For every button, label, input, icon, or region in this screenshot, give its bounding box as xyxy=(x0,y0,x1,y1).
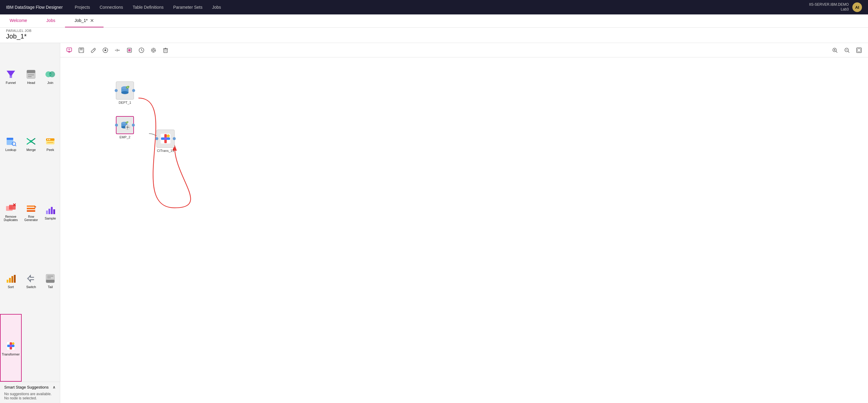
citrans-icon xyxy=(160,133,171,144)
svg-marker-26 xyxy=(35,206,36,208)
schedule-icon xyxy=(138,47,145,53)
tab-close-icon[interactable]: ✕ xyxy=(90,18,94,24)
tabs-bar: Welcome Jobs Job_1* ✕ xyxy=(0,14,868,28)
stage-box-dept1[interactable] xyxy=(116,81,134,100)
svg-rect-33 xyxy=(11,276,13,283)
nav-table-definitions[interactable]: Table Definitions xyxy=(133,5,164,10)
stage-node-emp2[interactable]: EMP_2 xyxy=(116,116,134,139)
stage-box-emp2[interactable] xyxy=(116,116,134,134)
sidebar-item-sample[interactable]: Sample xyxy=(41,177,60,247)
options-button[interactable] xyxy=(148,45,159,56)
zoom-in-button[interactable] xyxy=(830,45,840,56)
svg-point-35 xyxy=(27,278,29,279)
sidebar-grid: Funnel Head ∩ Join xyxy=(0,43,60,382)
stage-icon xyxy=(126,47,132,53)
svg-rect-3 xyxy=(27,70,35,73)
remove-duplicates-icon xyxy=(5,203,16,214)
svg-rect-30 xyxy=(53,209,55,214)
tab-welcome[interactable]: Welcome xyxy=(0,14,37,27)
user-avatar[interactable]: AI xyxy=(852,2,862,12)
svg-point-55 xyxy=(104,49,106,51)
sidebar-item-join[interactable]: ∩ Join xyxy=(41,43,60,110)
sidebar-item-funnel[interactable]: Funnel xyxy=(0,43,22,110)
page-header: PARALLEL JOB Job_1* xyxy=(0,28,868,43)
sidebar-item-tail[interactable]: Tail xyxy=(41,247,60,314)
nav-jobs[interactable]: Jobs xyxy=(212,5,221,10)
options-icon xyxy=(151,47,156,53)
sidebar-item-lookup[interactable]: Lookup xyxy=(0,110,22,177)
svg-marker-1 xyxy=(7,71,15,75)
sidebar-item-transformer[interactable]: Transformer xyxy=(0,314,22,382)
svg-rect-101 xyxy=(164,137,167,140)
sidebar-item-row-generator[interactable]: Row Generator xyxy=(22,177,41,247)
job-canvas[interactable]: DEPT_1 xyxy=(60,58,868,403)
emp2-left-port[interactable] xyxy=(115,124,118,127)
dept1-left-port[interactable] xyxy=(115,89,118,92)
svg-point-13 xyxy=(30,140,32,142)
delete-button[interactable] xyxy=(160,45,171,56)
fit-icon xyxy=(856,47,862,53)
citrans-left-port[interactable] xyxy=(155,137,158,140)
stage-node-citrans[interactable]: CITrans_11 xyxy=(156,130,175,153)
svg-line-78 xyxy=(848,51,849,53)
stage-node-dept1[interactable]: DEPT_1 xyxy=(116,81,134,104)
switch-icon xyxy=(26,273,36,284)
svg-point-66 xyxy=(153,49,154,51)
sidebar-item-peek[interactable]: Peek xyxy=(41,110,60,177)
emp2-icon xyxy=(119,120,131,131)
compile-button[interactable] xyxy=(112,45,123,56)
sidebar-item-remove-duplicates[interactable]: Remove Duplicates xyxy=(0,177,22,247)
svg-rect-43 xyxy=(10,345,12,347)
svg-line-74 xyxy=(836,51,837,53)
brand-name: IBM DataStage Flow Designer xyxy=(6,5,63,10)
svg-point-44 xyxy=(12,342,14,345)
server-info: IIS-SERVER.IBM.DEMO Lab3 xyxy=(809,2,849,12)
wrench-button[interactable] xyxy=(88,45,99,56)
tab-job1[interactable]: Job_1* ✕ xyxy=(65,14,104,27)
svg-line-53 xyxy=(94,49,94,50)
import-button[interactable] xyxy=(64,45,75,56)
nav-projects[interactable]: Projects xyxy=(75,5,90,10)
zoom-out-button[interactable] xyxy=(841,45,852,56)
page-title: Job_1* xyxy=(6,32,862,40)
svg-rect-51 xyxy=(80,48,83,50)
peek-icon xyxy=(45,136,56,147)
import-icon xyxy=(66,47,72,53)
run-icon xyxy=(102,47,108,53)
page-subtitle: PARALLEL JOB xyxy=(6,29,862,32)
top-navigation: IBM DataStage Flow Designer Projects Con… xyxy=(0,0,868,14)
tab-jobs[interactable]: Jobs xyxy=(37,14,65,27)
emp2-right-port[interactable] xyxy=(132,124,135,127)
save-button[interactable] xyxy=(76,45,87,56)
sample-icon xyxy=(45,204,56,215)
sidebar-item-merge[interactable]: Merge xyxy=(22,110,41,177)
run-button[interactable] xyxy=(100,45,111,56)
transformer-icon xyxy=(5,340,16,351)
svg-point-97 xyxy=(127,126,128,128)
dept1-right-port[interactable] xyxy=(132,89,135,92)
sidebar-item-switch[interactable]: Switch xyxy=(22,247,41,314)
fit-button[interactable] xyxy=(854,45,864,56)
delete-icon xyxy=(162,47,168,53)
schedule-button[interactable] xyxy=(136,45,147,56)
merge-icon xyxy=(26,136,36,147)
citrans-right-port[interactable] xyxy=(173,137,176,140)
head-icon xyxy=(26,69,36,80)
zoom-out-icon xyxy=(844,47,850,53)
svg-rect-62 xyxy=(128,49,131,52)
collapse-icon[interactable]: ∧ xyxy=(53,385,56,390)
sidebar-item-head[interactable]: Head xyxy=(22,43,41,110)
nav-parameter-sets[interactable]: Parameter Sets xyxy=(173,5,202,10)
svg-line-12 xyxy=(16,145,16,146)
svg-rect-81 xyxy=(858,49,861,52)
svg-rect-28 xyxy=(49,209,50,214)
sidebar-item-sort[interactable]: Sort xyxy=(0,247,22,314)
stage-box-citrans[interactable] xyxy=(156,130,175,148)
svg-rect-24 xyxy=(27,208,35,209)
nav-connections[interactable]: Connections xyxy=(100,5,123,10)
lookup-icon xyxy=(5,136,16,147)
toolbar-right xyxy=(830,45,864,56)
connections-svg xyxy=(60,58,868,403)
stage-button[interactable] xyxy=(124,45,135,56)
smart-suggestions-panel: Smart Stage Suggestions ∧ No suggestions… xyxy=(0,382,60,403)
